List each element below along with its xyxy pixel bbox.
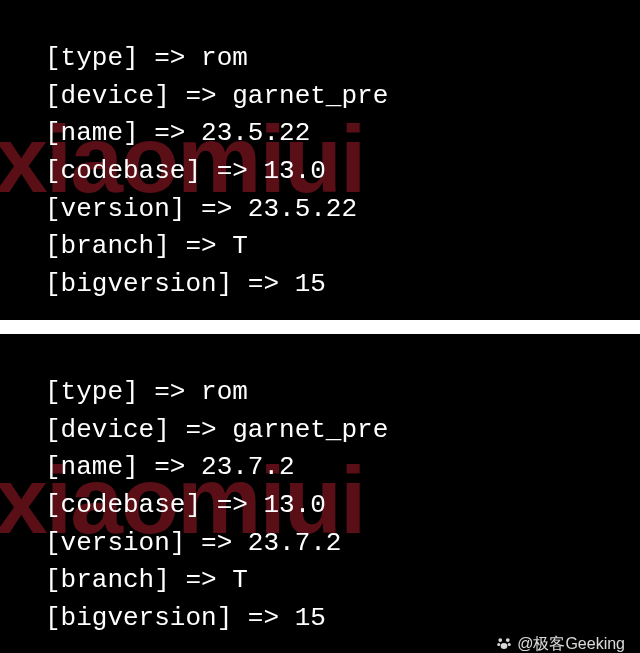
- value: rom: [201, 377, 248, 407]
- output-line: [branch] => T: [45, 562, 620, 600]
- terminal-content-bottom: [type] => rom [device] => garnet_pre [na…: [45, 374, 620, 638]
- key: [name]: [45, 452, 139, 482]
- svg-point-4: [501, 643, 508, 649]
- arrow: =>: [139, 43, 201, 73]
- value: 23.5.22: [248, 194, 357, 224]
- key: [codebase]: [45, 156, 201, 186]
- output-line: [version] => 23.5.22: [45, 191, 620, 229]
- paw-icon: [495, 634, 513, 652]
- terminal-panel-top: xiaomiui [type] => rom [device] => garne…: [0, 0, 640, 320]
- arrow: =>: [185, 528, 247, 558]
- value: 13.0: [263, 156, 325, 186]
- key: [type]: [45, 377, 139, 407]
- key: [branch]: [45, 231, 170, 261]
- key: [device]: [45, 415, 170, 445]
- output-line: [codebase] => 13.0: [45, 487, 620, 525]
- output-line: [type] => rom: [45, 40, 620, 78]
- output-line: [codebase] => 13.0: [45, 153, 620, 191]
- svg-point-3: [508, 643, 511, 646]
- key: [version]: [45, 528, 185, 558]
- key: [bigversion]: [45, 269, 232, 299]
- output-line: [device] => garnet_pre: [45, 78, 620, 116]
- value: 23.7.2: [201, 452, 295, 482]
- arrow: =>: [170, 231, 232, 261]
- key: [device]: [45, 81, 170, 111]
- svg-point-1: [506, 639, 510, 643]
- key: [version]: [45, 194, 185, 224]
- output-line: [name] => 23.7.2: [45, 449, 620, 487]
- arrow: =>: [170, 565, 232, 595]
- arrow: =>: [201, 490, 263, 520]
- attribution-text: @极客Geeking: [517, 632, 625, 653]
- output-line: [device] => garnet_pre: [45, 412, 620, 450]
- value: T: [232, 231, 248, 261]
- output-line: [type] => rom: [45, 374, 620, 412]
- value: garnet_pre: [232, 415, 388, 445]
- attribution-badge: @极客Geeking: [495, 632, 625, 653]
- output-line: [bigversion] => 15: [45, 266, 620, 304]
- value: T: [232, 565, 248, 595]
- output-line: [branch] => T: [45, 228, 620, 266]
- terminal-panel-bottom: xiaomiui [type] => rom [device] => garne…: [0, 334, 640, 653]
- panel-divider: [0, 320, 640, 334]
- value: 15: [295, 269, 326, 299]
- arrow: =>: [139, 377, 201, 407]
- arrow: =>: [232, 269, 294, 299]
- value: rom: [201, 43, 248, 73]
- key: [name]: [45, 118, 139, 148]
- value: 23.5.22: [201, 118, 310, 148]
- arrow: =>: [170, 81, 232, 111]
- arrow: =>: [232, 603, 294, 633]
- value: garnet_pre: [232, 81, 388, 111]
- value: 23.7.2: [248, 528, 342, 558]
- arrow: =>: [170, 415, 232, 445]
- arrow: =>: [185, 194, 247, 224]
- svg-point-2: [497, 643, 500, 646]
- key: [codebase]: [45, 490, 201, 520]
- key: [branch]: [45, 565, 170, 595]
- key: [type]: [45, 43, 139, 73]
- arrow: =>: [139, 118, 201, 148]
- terminal-content-top: [type] => rom [device] => garnet_pre [na…: [45, 40, 620, 304]
- arrow: =>: [201, 156, 263, 186]
- output-line: [name] => 23.5.22: [45, 115, 620, 153]
- key: [bigversion]: [45, 603, 232, 633]
- value: 15: [295, 603, 326, 633]
- svg-point-0: [499, 639, 503, 643]
- arrow: =>: [139, 452, 201, 482]
- value: 13.0: [263, 490, 325, 520]
- output-line: [version] => 23.7.2: [45, 525, 620, 563]
